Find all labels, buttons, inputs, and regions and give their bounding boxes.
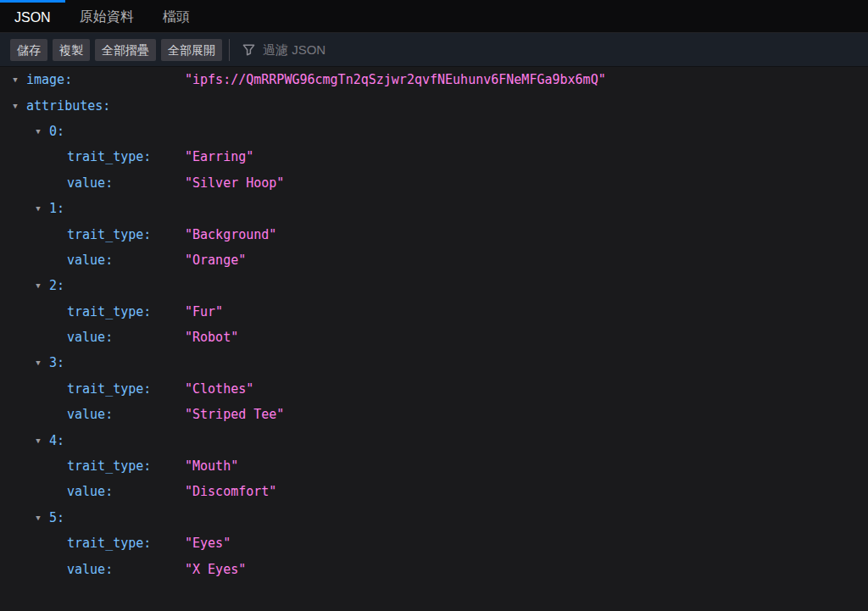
- collapse-arrow-icon[interactable]: ▼: [32, 127, 44, 136]
- funnel-filter-icon: [242, 43, 255, 56]
- filter-container: [239, 33, 860, 66]
- tree-row-item-4[interactable]: ▼ 4:: [0, 427, 868, 453]
- json-key: trait_type:: [67, 304, 151, 319]
- collapse-arrow-icon[interactable]: ▼: [9, 102, 21, 110]
- json-key: image:: [26, 72, 72, 87]
- tree-row-trait-type: trait_type: "Earring": [0, 144, 868, 169]
- tree-row-trait-type: trait_type: "Clothes": [0, 376, 868, 402]
- json-value: "Discomfort": [185, 484, 276, 499]
- json-key: 5:: [49, 510, 64, 525]
- tree-row-trait-type: trait_type: "Background": [0, 221, 868, 247]
- json-value: "Striped Tee": [185, 407, 284, 422]
- tree-row-image[interactable]: ▼ image: "ipfs://QmRRPWG96cmgTn2qSzjwr2q…: [0, 67, 868, 92]
- expand-all-button[interactable]: 全部展開: [161, 39, 222, 61]
- json-tree: ▼ image: "ipfs://QmRRPWG96cmgTn2qSzjwr2q…: [0, 67, 868, 582]
- json-key: value:: [67, 330, 113, 345]
- json-value: "X Eyes": [185, 562, 246, 577]
- collapse-arrow-icon[interactable]: ▼: [32, 436, 44, 445]
- tree-row-item-0[interactable]: ▼ 0:: [0, 119, 868, 144]
- json-key: trait_type:: [67, 149, 151, 164]
- collapse-all-button[interactable]: 全部摺疊: [95, 39, 156, 61]
- json-key: value:: [67, 484, 113, 499]
- json-value: "Background": [185, 227, 276, 242]
- json-key: trait_type:: [67, 381, 151, 397]
- json-key: value:: [67, 562, 113, 577]
- json-key: trait_type:: [67, 458, 151, 474]
- json-value: "Orange": [185, 253, 246, 268]
- tree-row-value: value: "Striped Tee": [0, 402, 868, 427]
- json-key: value:: [67, 175, 113, 191]
- toolbar-divider: [229, 39, 230, 61]
- tree-row-trait-type: trait_type: "Eyes": [0, 530, 868, 556]
- viewer-tab-bar: JSON 原始資料 檔頭: [0, 0, 868, 33]
- collapse-arrow-icon[interactable]: ▼: [32, 281, 44, 290]
- json-key: 3:: [49, 355, 64, 370]
- json-key: 4:: [49, 433, 64, 448]
- tree-row-value: value: "Discomfort": [0, 479, 868, 504]
- tree-row-item-5[interactable]: ▼ 5:: [0, 505, 868, 530]
- json-key: 1:: [49, 201, 64, 216]
- tab-headers[interactable]: 檔頭: [148, 0, 204, 32]
- tree-row-value: value: "Robot": [0, 325, 868, 350]
- json-value: "Silver Hoop": [185, 175, 284, 191]
- tree-row-item-1[interactable]: ▼ 1:: [0, 196, 868, 221]
- json-toolbar: 儲存 複製 全部摺疊 全部展開: [0, 33, 868, 67]
- tree-row-item-2[interactable]: ▼ 2:: [0, 273, 868, 298]
- json-value: "Robot": [185, 330, 238, 345]
- collapse-arrow-icon[interactable]: ▼: [32, 204, 44, 213]
- json-value: "ipfs://QmRRPWG96cmgTn2qSzjwr2qvfNEuhunv…: [185, 72, 606, 87]
- json-value: "Mouth": [185, 458, 238, 474]
- tree-row-value: value: "X Eyes": [0, 556, 868, 581]
- collapse-arrow-icon[interactable]: ▼: [32, 514, 44, 522]
- json-key: 2:: [49, 278, 64, 293]
- copy-button[interactable]: 複製: [53, 39, 90, 61]
- collapse-arrow-icon[interactable]: ▼: [9, 75, 21, 84]
- json-value: "Eyes": [185, 536, 231, 551]
- json-value: "Earring": [185, 149, 253, 164]
- tree-row-item-3[interactable]: ▼ 3:: [0, 350, 868, 375]
- filter-json-input[interactable]: [263, 42, 860, 57]
- tree-row-value: value: "Orange": [0, 247, 868, 273]
- save-button[interactable]: 儲存: [10, 39, 47, 61]
- tree-row-attributes[interactable]: ▼ attributes:: [0, 92, 868, 118]
- json-value: "Clothes": [185, 381, 253, 397]
- json-key: attributes:: [26, 98, 110, 114]
- json-key: value:: [67, 253, 113, 268]
- json-value: "Fur": [185, 304, 223, 319]
- json-key: 0:: [49, 124, 64, 139]
- tree-row-trait-type: trait_type: "Fur": [0, 299, 868, 325]
- tab-json[interactable]: JSON: [0, 0, 65, 32]
- json-key: trait_type:: [67, 227, 151, 242]
- json-key: trait_type:: [67, 536, 151, 551]
- collapse-arrow-icon[interactable]: ▼: [32, 358, 44, 367]
- tree-row-trait-type: trait_type: "Mouth": [0, 453, 868, 479]
- tree-row-value: value: "Silver Hoop": [0, 170, 868, 196]
- json-key: value:: [67, 407, 113, 422]
- tab-raw-data[interactable]: 原始資料: [65, 0, 148, 32]
